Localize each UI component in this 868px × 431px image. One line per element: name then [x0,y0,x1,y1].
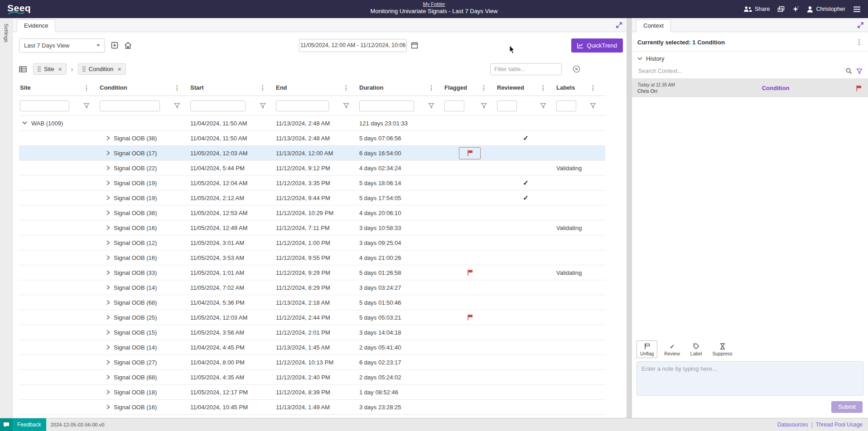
column-header-reviewed[interactable]: Reviewed⋮ [496,84,555,91]
table-columns-icon[interactable] [19,66,27,72]
close-icon[interactable]: × [118,67,121,72]
chevron-right-icon[interactable] [106,181,110,185]
chevron-right-icon[interactable] [106,166,110,170]
table-row[interactable]: Signal OOB (15)11/05/2024, 3:56 AM11/12/… [19,325,605,340]
hamburger-menu-icon[interactable] [853,6,861,12]
column-filter-input[interactable] [497,101,517,111]
quicktrend-button[interactable]: QuickTrend [571,38,623,53]
search-icon[interactable] [846,68,852,74]
column-menu-icon[interactable]: ⋮ [481,84,487,91]
column-filter-input[interactable] [100,101,160,111]
settings-sidebar[interactable]: Settings [0,18,13,418]
table-row[interactable]: Signal OOB (22)11/04/2024, 5:44 PM11/12/… [19,161,605,176]
chevron-right-icon[interactable] [106,360,110,364]
column-header-labels[interactable]: Labels⋮ [555,84,605,91]
table-row[interactable]: Signal OOB (14)11/05/2024, 7:02 AM11/12/… [19,280,605,295]
table-row[interactable]: Signal OOB (68)11/05/2024, 4:35 AM11/12/… [19,370,605,385]
column-filter-input[interactable] [276,101,329,111]
filter-funnel-icon[interactable] [260,103,266,109]
worksheets-icon[interactable] [777,6,785,12]
history-entry[interactable]: Today at 11:35 AMChris OrrCondition [632,79,868,97]
review-button[interactable]: ✓Review [661,341,683,358]
flag-selection-box[interactable] [459,147,481,159]
chevron-right-icon[interactable] [106,270,110,275]
chevron-right-icon[interactable] [106,405,110,409]
chevron-down-icon[interactable] [22,121,27,125]
chevron-right-icon[interactable] [106,240,110,245]
filter-icon[interactable] [856,68,863,74]
column-filter-input[interactable] [556,101,576,111]
grouping-chip-condition[interactable]: Condition× [78,63,126,75]
unflag-button[interactable]: Unflag [637,340,657,358]
chevron-right-icon[interactable] [106,345,110,350]
tab-context[interactable]: Context [636,19,671,32]
column-header-duration[interactable]: Duration⋮ [358,84,444,91]
update-view-icon[interactable] [111,42,118,49]
clear-filter-icon[interactable] [573,65,580,73]
chevron-right-icon[interactable] [106,315,110,320]
ai-sparkle-icon[interactable] [792,6,799,13]
column-menu-icon[interactable]: ⋮ [260,84,266,91]
table-row[interactable]: Signal OOB (18)11/05/2024, 12:17 PM11/12… [19,385,605,400]
chevron-right-icon[interactable] [106,375,110,379]
status-link[interactable]: Datasources [777,421,808,428]
table-row[interactable]: Signal OOB (19)11/05/2024, 2:12 AM11/12/… [19,191,605,206]
label-button[interactable]: Label [687,340,706,358]
table-row[interactable]: Signal OOB (68)11/04/2024, 5:36 PM11/13/… [19,295,605,310]
filter-table-input[interactable] [490,63,562,75]
column-header-start[interactable]: Start⋮ [189,84,275,91]
chevron-right-icon[interactable] [106,151,110,155]
table-row[interactable]: Signal OOB (38)11/04/2024, 11:50 AM11/13… [19,131,605,146]
column-header-site[interactable]: Site⋮ [19,84,99,91]
table-row[interactable]: Signal OOB (16)11/04/2024, 10:45 PM11/13… [19,400,605,415]
column-filter-input[interactable] [444,101,464,111]
column-filter-input[interactable] [190,101,246,111]
chevron-right-icon[interactable] [106,285,110,290]
column-menu-icon[interactable]: ⋮ [540,84,546,91]
filter-funnel-icon[interactable] [590,103,596,109]
chevron-right-icon[interactable] [106,300,110,305]
column-menu-icon[interactable]: ⋮ [428,84,434,91]
table-row[interactable]: Signal OOB (12)11/05/2024, 3:01 AM11/12/… [19,235,605,250]
filter-funnel-icon[interactable] [481,103,487,109]
table-row[interactable]: Signal OOB (25)11/05/2024, 12:03 AM11/12… [19,310,605,325]
user-menu[interactable]: Christopher [807,6,845,13]
table-row[interactable]: Signal OOB (27)11/04/2024, 8:00 PM11/12/… [19,355,605,370]
history-section-toggle[interactable]: History [632,52,868,65]
column-menu-icon[interactable]: ⋮ [174,84,180,91]
filter-funnel-icon[interactable] [428,103,434,109]
home-icon[interactable] [124,42,132,49]
table-row[interactable]: Signal OOB (33)11/05/2024, 1:01 AM11/12/… [19,265,605,280]
chevron-right-icon[interactable] [106,255,110,260]
chevron-right-icon[interactable] [106,390,110,394]
filter-funnel-icon[interactable] [540,103,546,109]
share-button[interactable]: Share [743,6,770,12]
chevron-right-icon[interactable] [106,225,110,230]
table-row[interactable]: Signal OOB (16)11/05/2024, 12:49 AM11/12… [19,220,605,235]
column-header-condition[interactable]: Condition⋮ [99,84,189,91]
status-link[interactable]: Thread Pool Usage [816,421,863,428]
tab-evidence[interactable]: Evidence [17,19,55,32]
chevron-right-icon[interactable] [106,330,110,335]
table-row[interactable]: Signal OOB (16)11/05/2024, 3:53 AM11/12/… [19,250,605,265]
table-row[interactable]: WAB (1009)11/04/2024, 11:50 AM11/13/2024… [19,116,605,131]
chevron-right-icon[interactable] [106,211,110,215]
calendar-icon[interactable] [411,42,418,49]
table-row[interactable]: Signal OOB (14)11/04/2024, 4:45 PM11/13/… [19,340,605,355]
column-header-flagged[interactable]: Flagged⋮ [444,84,496,91]
view-selector-dropdown[interactable]: Last 7 Days View [19,38,105,53]
chevron-right-icon[interactable] [106,196,110,200]
feedback-button[interactable]: Feedback [0,418,46,431]
column-filter-input[interactable] [20,101,69,111]
context-menu-icon[interactable]: ⋮ [856,38,863,46]
search-context-input[interactable] [637,67,842,75]
seeq-logo[interactable]: Seeq [7,4,34,14]
table-row[interactable]: Signal OOB (38)11/05/2024, 12:53 AM11/12… [19,206,605,220]
table-row[interactable]: Signal OOB (17)11/05/2024, 12:03 AM11/13… [19,146,605,161]
filter-funnel-icon[interactable] [83,103,90,109]
expand-panel-icon[interactable] [616,22,622,29]
table-row[interactable]: Signal OOB (19)11/05/2024, 12:04 AM11/12… [19,176,605,191]
breadcrumb-my-folder[interactable]: My Folder [371,1,498,7]
date-range-input[interactable] [299,39,407,52]
expand-panel-icon[interactable] [857,22,864,29]
